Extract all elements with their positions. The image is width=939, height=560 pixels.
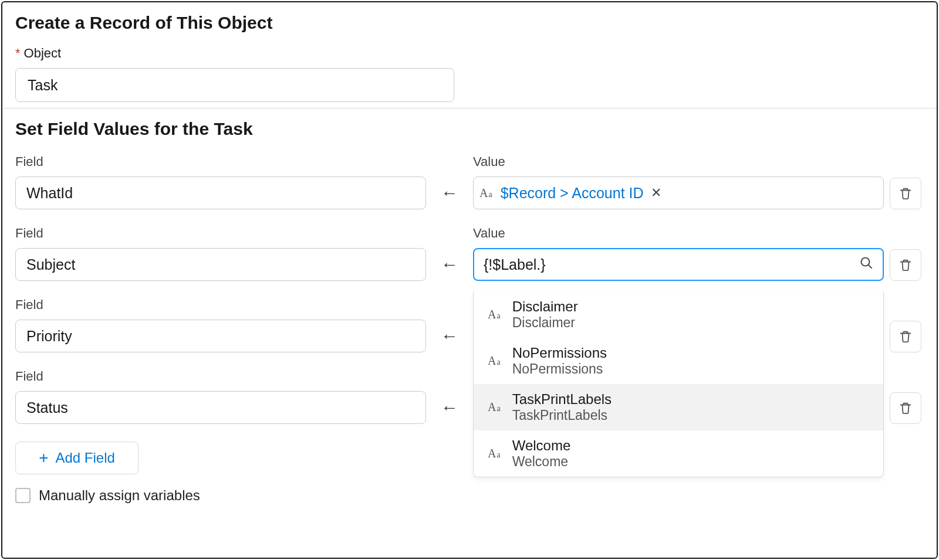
object-label-text: Object	[24, 46, 62, 61]
text-type-icon: Aa	[488, 447, 501, 460]
field-label: Field	[15, 369, 426, 384]
dropdown-secondary: Disclaimer	[512, 315, 578, 331]
object-value: Task	[28, 77, 58, 94]
dropdown-item[interactable]: Aa NoPermissions NoPermissions	[474, 338, 883, 384]
field-input-value: Priority	[26, 328, 72, 345]
trash-icon	[899, 402, 912, 415]
value-input[interactable]: Aa $Record > Account ID ✕	[473, 177, 884, 209]
plus-icon: +	[39, 450, 48, 466]
fields-title: Set Field Values for the Task	[15, 119, 924, 139]
dropdown-item[interactable]: Aa Welcome Welcome	[474, 430, 883, 477]
delete-row-button[interactable]	[890, 392, 921, 424]
add-field-label: Add Field	[55, 450, 114, 466]
field-row: Field WhatId ← Value Aa $Record > Accoun…	[15, 154, 924, 209]
delete-row-button[interactable]	[890, 178, 921, 209]
field-label: Field	[15, 154, 426, 169]
trash-icon	[899, 259, 912, 271]
trash-icon	[899, 187, 912, 200]
dropdown-secondary: Welcome	[512, 454, 571, 470]
panel-title: Create a Record of This Object	[15, 13, 924, 33]
field-input[interactable]: Subject	[15, 248, 426, 281]
object-input[interactable]: Task	[15, 68, 454, 102]
value-label: Value	[473, 226, 884, 241]
delete-row-button[interactable]	[890, 321, 921, 352]
trash-icon	[899, 330, 912, 343]
dropdown-primary: NoPermissions	[512, 345, 607, 361]
field-input-value: WhatId	[26, 185, 73, 202]
object-section: Create a Record of This Object * Object …	[2, 2, 937, 108]
manual-assign-label: Manually assign variables	[39, 487, 200, 504]
config-panel: Create a Record of This Object * Object …	[1, 1, 938, 559]
dropdown-item[interactable]: Aa Disclaimer Disclaimer	[474, 291, 883, 338]
autocomplete-dropdown: Aa Disclaimer Disclaimer Aa NoPermission…	[473, 291, 884, 477]
object-label: * Object	[15, 46, 924, 61]
pill-remove-icon[interactable]: ✕	[650, 185, 663, 201]
manual-assign-row: Manually assign variables	[15, 487, 924, 504]
add-field-button[interactable]: + Add Field	[15, 442, 139, 474]
field-row: Field Subject ← Value {!$Label.}	[15, 226, 924, 281]
field-label: Field	[15, 297, 426, 313]
resource-pill[interactable]: $Record > Account ID ✕	[498, 184, 665, 203]
dropdown-item[interactable]: Aa TaskPrintLabels TaskPrintLabels	[474, 384, 883, 430]
text-type-icon: Aa	[488, 308, 501, 321]
field-input[interactable]: Status	[15, 391, 426, 424]
arrow-left-icon: ←	[432, 320, 467, 352]
delete-row-button[interactable]	[890, 249, 921, 281]
text-type-icon: Aa	[479, 186, 492, 200]
text-type-icon: Aa	[488, 354, 501, 368]
field-input[interactable]: WhatId	[15, 177, 426, 209]
dropdown-primary: Disclaimer	[512, 298, 578, 315]
resource-pill-text: $Record > Account ID	[501, 185, 644, 202]
dropdown-primary: TaskPrintLabels	[512, 391, 612, 408]
field-input[interactable]: Priority	[15, 320, 426, 352]
field-input-value: Status	[26, 399, 68, 416]
field-input-value: Subject	[26, 256, 75, 273]
dropdown-secondary: NoPermissions	[512, 361, 607, 377]
arrow-left-icon: ←	[432, 177, 467, 209]
field-label: Field	[15, 226, 426, 241]
field-values-section: Set Field Values for the Task Field What…	[2, 108, 937, 510]
dropdown-secondary: TaskPrintLabels	[512, 408, 612, 423]
value-label: Value	[473, 154, 884, 169]
manual-assign-checkbox[interactable]	[15, 488, 31, 503]
required-star: *	[15, 46, 21, 61]
arrow-left-icon: ←	[432, 391, 467, 424]
dropdown-primary: Welcome	[512, 437, 571, 454]
arrow-left-icon: ←	[432, 248, 467, 281]
text-type-icon: Aa	[488, 401, 501, 414]
